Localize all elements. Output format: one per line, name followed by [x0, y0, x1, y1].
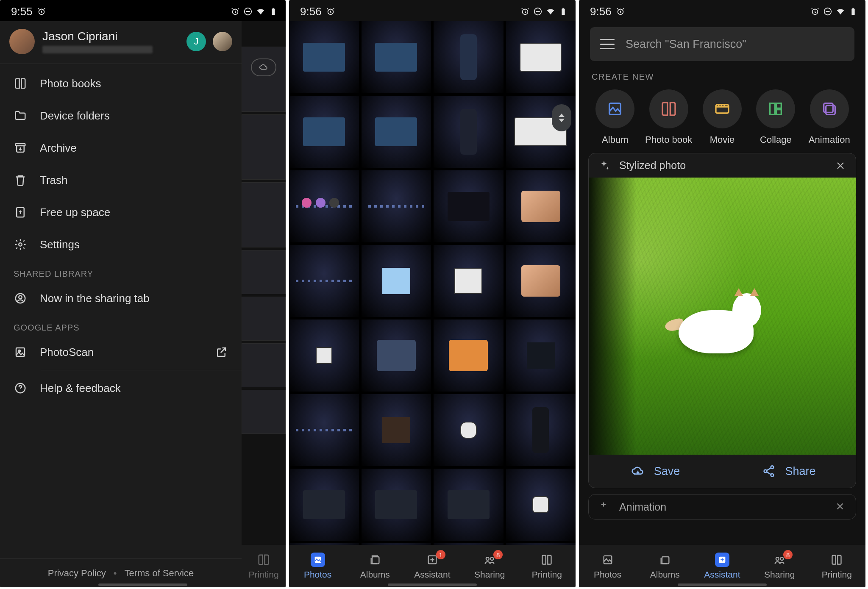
- fast-scroller[interactable]: [552, 104, 571, 131]
- drawer-item-help[interactable]: Help & feedback: [0, 372, 242, 404]
- photo-thumb[interactable]: [362, 21, 431, 93]
- dnd-icon: [533, 7, 542, 16]
- photo-thumb[interactable]: [506, 170, 576, 242]
- drawer-item-trash[interactable]: Trash: [0, 164, 242, 196]
- drawer-item-photo-books[interactable]: Photo books: [0, 67, 242, 100]
- photo-thumb[interactable]: [362, 96, 431, 168]
- create-movie[interactable]: Movie: [697, 89, 748, 145]
- photo-thumb[interactable]: [506, 21, 576, 93]
- photo-thumb[interactable]: [362, 394, 431, 466]
- create-row: Album Photo book Movie Collage Animation: [579, 85, 865, 153]
- svg-rect-16: [562, 9, 565, 15]
- save-button[interactable]: Save: [589, 455, 722, 488]
- gesture-handle[interactable]: [678, 583, 767, 586]
- drawer-item-free-up-space[interactable]: Free up space: [0, 196, 242, 228]
- photo-thumb[interactable]: [362, 245, 431, 317]
- photo-thumb[interactable]: [434, 394, 504, 466]
- photo-thumb[interactable]: [506, 394, 576, 466]
- svg-point-37: [771, 474, 774, 477]
- nav-sharing[interactable]: 8 Sharing: [461, 553, 518, 580]
- drawer-item-archive[interactable]: Archive: [0, 132, 242, 164]
- drawer-item-label: Help & feedback: [40, 382, 121, 395]
- create-photo-book[interactable]: Photo book: [643, 89, 694, 145]
- stylized-photo-preview[interactable]: [589, 178, 856, 455]
- nav-photos[interactable]: Photos: [289, 553, 346, 580]
- close-icon[interactable]: [835, 160, 846, 172]
- photo-thumb[interactable]: [289, 21, 359, 93]
- help-icon: [14, 381, 27, 395]
- photo-thumb[interactable]: [289, 245, 359, 317]
- badge: 8: [783, 550, 793, 559]
- card-title: Stylized photo: [619, 159, 825, 172]
- photo-thumb[interactable]: [434, 245, 504, 317]
- alarm-icon: [231, 7, 240, 16]
- drawer-item-label: Photo books: [40, 77, 101, 90]
- account-header[interactable]: Jason Cipriani J: [0, 21, 242, 64]
- photo-thumb[interactable]: [289, 96, 359, 168]
- menu-icon[interactable]: [600, 39, 615, 49]
- trash-icon: [14, 173, 27, 187]
- alarm-icon: [326, 7, 335, 16]
- nav-printing[interactable]: Printing: [518, 553, 576, 580]
- photo-thumb[interactable]: [289, 394, 359, 466]
- sparkle-icon: [598, 501, 610, 513]
- nav-albums[interactable]: Albums: [346, 553, 403, 580]
- avatar[interactable]: [9, 29, 35, 54]
- photo-thumb[interactable]: [289, 170, 359, 242]
- nav-printing[interactable]: Printing: [242, 553, 286, 580]
- drawer-item-sharing-tab[interactable]: Now in the sharing tab: [0, 282, 242, 314]
- photo-grid[interactable]: [289, 21, 576, 545]
- terms-link[interactable]: Terms of Service: [124, 568, 194, 579]
- close-icon[interactable]: [835, 501, 846, 513]
- photo-thumb[interactable]: [362, 469, 431, 541]
- share-button[interactable]: Share: [722, 455, 856, 488]
- printing-icon: [829, 553, 844, 567]
- svg-rect-34: [823, 103, 833, 113]
- nav-printing[interactable]: Printing: [808, 553, 865, 580]
- nav-albums[interactable]: Albums: [636, 553, 693, 580]
- status-bar: 9:55: [0, 0, 286, 21]
- external-link-icon: [214, 345, 228, 359]
- photo-thumb[interactable]: [506, 320, 576, 392]
- assistant-icon: 1: [425, 553, 440, 567]
- battery-icon: [559, 7, 568, 16]
- photo-thumb[interactable]: [362, 320, 431, 392]
- photo-thumb[interactable]: [362, 170, 431, 242]
- photo-thumb[interactable]: [434, 170, 504, 242]
- photo-thumb[interactable]: [434, 21, 504, 93]
- photo-thumb[interactable]: [434, 96, 504, 168]
- photo-thumb[interactable]: [289, 320, 359, 392]
- drawer-item-photoscan[interactable]: PhotoScan: [0, 336, 242, 368]
- animation-card-peek[interactable]: Animation: [588, 494, 856, 520]
- create-collage[interactable]: Collage: [751, 89, 801, 145]
- photo-thumb[interactable]: [506, 245, 576, 317]
- create-new-header: CREATE NEW: [579, 65, 865, 85]
- photo-thumb[interactable]: [434, 320, 504, 392]
- backup-status-icon[interactable]: [251, 58, 276, 76]
- privacy-link[interactable]: Privacy Policy: [48, 568, 106, 579]
- drawer-item-label: Device folders: [40, 109, 110, 122]
- nav-photos[interactable]: Photos: [579, 553, 636, 580]
- bottom-nav: Printing: [242, 545, 286, 587]
- create-album[interactable]: Album: [590, 89, 640, 145]
- nav-sharing[interactable]: 8 Sharing: [751, 553, 808, 580]
- photo-thumb[interactable]: [434, 469, 504, 541]
- create-animation[interactable]: Animation: [804, 89, 854, 145]
- photo-thumb[interactable]: [289, 469, 359, 541]
- photos-icon: [311, 553, 325, 567]
- user-name: Jason Cipriani: [42, 30, 179, 43]
- search-bar[interactable]: Search "San Francisco": [590, 27, 854, 61]
- gesture-handle[interactable]: [388, 583, 477, 586]
- drawer-item-settings[interactable]: Settings: [0, 228, 242, 261]
- dnd-icon: [243, 7, 253, 16]
- account-switch-2[interactable]: [213, 32, 232, 51]
- section-header-google-apps: GOOGLE APPS: [0, 314, 242, 336]
- nav-assistant[interactable]: 1 Assistant: [403, 553, 461, 580]
- account-switch-1[interactable]: J: [186, 32, 206, 51]
- search-placeholder: Search "San Francisco": [626, 38, 746, 51]
- photo-thumb[interactable]: [506, 469, 576, 541]
- battery-icon: [849, 7, 858, 16]
- gesture-handle[interactable]: [98, 583, 187, 586]
- drawer-item-device-folders[interactable]: Device folders: [0, 100, 242, 132]
- nav-assistant[interactable]: Assistant: [693, 553, 751, 580]
